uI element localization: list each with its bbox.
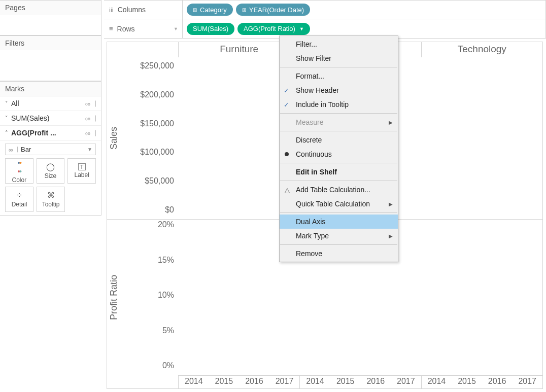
mark-item-sales[interactable]: ˅ SUM(Sales) ₀₀⎹: [0, 111, 101, 126]
menu-item-label: Show Filter: [296, 54, 331, 62]
color-icon: ••••: [18, 158, 21, 175]
mark-card-color[interactable]: •••• Color: [5, 158, 33, 184]
pill-category[interactable]: ⊞Category: [187, 4, 233, 16]
x-tick: 2014: [306, 376, 324, 388]
menu-item-label: Dual Axis: [296, 218, 325, 226]
mark-card-detail[interactable]: ⁘ Detail: [5, 187, 33, 212]
marks-header: Marks: [0, 82, 101, 96]
mark-card-tooltip[interactable]: ⌘ Tooltip: [37, 187, 65, 212]
x-tick: 2016: [488, 376, 506, 388]
marks-list: ˅ All ₀₀⎹ ˅ SUM(Sales) ₀₀⎹ ˄ AGG(Profit …: [0, 96, 101, 140]
bar-icon: ₀₀⎹: [85, 100, 96, 107]
menu-item-label: Show Header: [296, 86, 339, 94]
menu-item-filter[interactable]: Filter...: [280, 37, 398, 51]
shelves: iii Columns ⊞Category ⊞YEAR(Order Date) …: [104, 0, 546, 39]
menu-item-label: Include in Tooltip: [296, 100, 349, 109]
mark-card-label[interactable]: T Label: [67, 158, 96, 184]
menu-item-continuous[interactable]: Continuous: [280, 147, 398, 161]
detail-icon: ⁘: [16, 191, 23, 200]
menu-item-include-in-tooltip[interactable]: ✓Include in Tooltip: [280, 97, 398, 112]
y-axis-sales: $0 $50,000 $100,000 $150,000 $200,000 $2…: [121, 57, 178, 219]
radio-dot-icon: [285, 152, 289, 156]
pill-year-order-date[interactable]: ⊞YEAR(Order Date): [236, 4, 310, 16]
x-tick: 2014: [428, 376, 446, 388]
chevron-down-icon: ▼: [174, 26, 178, 31]
x-tick: 2015: [458, 376, 476, 388]
pill-agg-profit-ratio[interactable]: AGG(Profit Ratio)▼: [237, 23, 310, 35]
columns-shelf[interactable]: iii Columns ⊞Category ⊞YEAR(Order Date): [104, 0, 546, 19]
menu-item-label: Mark Type: [296, 232, 329, 240]
menu-item-discrete[interactable]: Discrete: [280, 133, 398, 147]
menu-item-remove[interactable]: Remove: [280, 246, 398, 261]
chevron-down-icon: ▼: [87, 147, 92, 152]
x-axis: 2014201520162017201420152016201720142015…: [178, 375, 542, 388]
x-tick: 2016: [366, 376, 385, 388]
menu-item-label: Remove: [296, 250, 322, 258]
chevron-down-icon: ▼: [299, 26, 304, 31]
check-icon: ✓: [284, 101, 289, 109]
axis-title-profit: Profit Ratio: [107, 220, 121, 375]
pages-header: Pages: [0, 1, 101, 15]
menu-item-label: Quick Table Calculation: [296, 200, 370, 208]
filters-panel: Filters: [0, 35, 101, 81]
submenu-arrow-icon: ▶: [389, 201, 393, 207]
plus-box-icon: ⊞: [242, 7, 246, 13]
pages-panel: Pages: [0, 0, 101, 35]
menu-item-label: Continuous: [296, 150, 332, 158]
delta-icon: △: [285, 186, 290, 194]
menu-item-label: Measure: [296, 118, 323, 126]
x-tick: 2016: [245, 376, 263, 388]
axis-title-sales: Sales: [107, 57, 121, 219]
y-axis-profit: 0% 5% 10% 15% 20%: [121, 220, 178, 375]
x-tick: 2017: [518, 376, 536, 388]
mark-type-select[interactable]: ₀₀⎹ Bar ▼: [5, 144, 96, 155]
menu-item-measure: Measure▶: [280, 115, 398, 129]
mark-card-size[interactable]: ◯ Size: [37, 158, 65, 184]
x-tick: 2017: [397, 376, 415, 388]
submenu-arrow-icon: ▶: [389, 233, 393, 239]
chevron-up-icon: ˄: [5, 130, 11, 136]
menu-item-add-table-calculation[interactable]: △Add Table Calculation...: [280, 183, 398, 197]
pill-sum-sales[interactable]: SUM(Sales): [187, 23, 234, 35]
x-tick: 2015: [336, 376, 355, 388]
bar-icon: ₀₀⎹: [85, 115, 96, 122]
x-tick: 2015: [215, 376, 233, 388]
x-tick: 2014: [185, 376, 203, 388]
menu-item-show-filter[interactable]: Show Filter: [280, 51, 398, 65]
menu-item-label: Add Table Calculation...: [296, 186, 370, 194]
menu-item-label: Format...: [296, 72, 324, 80]
menu-item-mark-type[interactable]: Mark Type▶: [280, 229, 398, 243]
menu-item-format[interactable]: Format...: [280, 69, 398, 83]
plus-box-icon: ⊞: [193, 7, 197, 13]
x-tick: 2017: [276, 376, 294, 388]
menu-item-quick-table-calculation[interactable]: Quick Table Calculation▶: [280, 197, 398, 211]
tooltip-icon: ⌘: [47, 191, 55, 200]
bar-icon: ₀₀⎹: [9, 146, 18, 153]
chevron-down-icon: ˅: [5, 115, 11, 122]
chevron-down-icon: ˅: [5, 100, 11, 107]
menu-item-show-header[interactable]: ✓Show Header: [280, 83, 398, 97]
menu-item-dual-axis[interactable]: Dual Axis: [280, 215, 398, 229]
pill-context-menu: Filter...Show FilterFormat...✓Show Heade…: [279, 35, 398, 262]
size-icon: ◯: [46, 162, 55, 171]
mark-item-all[interactable]: ˅ All ₀₀⎹: [0, 96, 101, 111]
menu-item-label: Discrete: [296, 136, 322, 144]
columns-icon: iii: [109, 6, 114, 14]
bar-icon: ₀₀⎹: [85, 129, 96, 136]
check-icon: ✓: [284, 87, 289, 94]
filters-header: Filters: [0, 36, 101, 50]
label-icon: T: [78, 163, 86, 170]
mark-item-profit-ratio[interactable]: ˄ AGG(Profit ... ₀₀⎹: [0, 126, 101, 140]
rows-icon: ≡: [109, 25, 113, 32]
col-header-technology: Technology: [421, 42, 542, 57]
menu-item-label: Filter...: [296, 40, 317, 48]
submenu-arrow-icon: ▶: [389, 120, 393, 125]
menu-item-label: Edit in Shelf: [296, 168, 337, 176]
marks-panel: Marks ˅ All ₀₀⎹ ˅ SUM(Sales) ₀₀⎹ ˄ AGG(P…: [0, 81, 101, 216]
menu-item-edit-in-shelf[interactable]: Edit in Shelf: [280, 165, 398, 179]
